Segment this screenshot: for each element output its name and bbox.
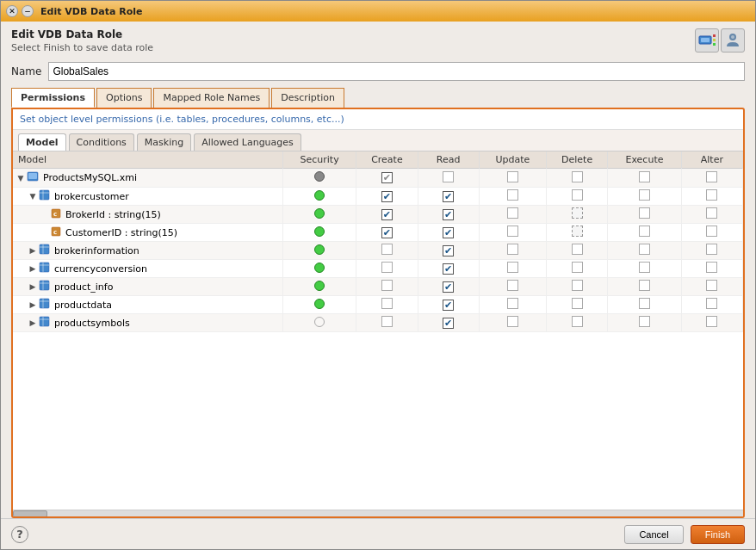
inner-tab-conditions[interactable]: Conditions xyxy=(69,133,134,151)
tab-description[interactable]: Description xyxy=(271,88,344,108)
checkbox-unchecked[interactable] xyxy=(381,244,393,255)
checkbox-checked[interactable]: ✔ xyxy=(443,191,454,202)
checkbox-unchecked[interactable] xyxy=(572,298,583,309)
checkbox-checked[interactable]: ✔ xyxy=(443,227,454,238)
checkbox-unchecked[interactable] xyxy=(507,171,518,182)
checkbox-unchecked[interactable] xyxy=(572,244,583,255)
checkbox-unchecked[interactable] xyxy=(381,316,393,327)
create-cell[interactable]: ✔ xyxy=(356,169,418,188)
checkbox-checked[interactable]: ✔ xyxy=(443,318,454,329)
security-cell[interactable] xyxy=(282,314,356,332)
expand-arrow[interactable]: ▶ xyxy=(28,300,37,309)
update-cell[interactable] xyxy=(479,224,546,242)
create-cell[interactable] xyxy=(356,242,418,260)
create-cell[interactable] xyxy=(356,260,418,278)
create-cell[interactable] xyxy=(356,314,418,332)
expand-arrow[interactable]: ▶ xyxy=(28,318,37,327)
checkbox-checked[interactable]: ✔ xyxy=(381,191,393,202)
alter-cell[interactable] xyxy=(681,224,742,242)
checkbox-unchecked[interactable] xyxy=(572,316,583,327)
alter-cell[interactable] xyxy=(681,169,742,188)
execute-cell[interactable] xyxy=(608,224,681,242)
tab-permissions[interactable]: Permissions xyxy=(11,88,95,108)
checkbox-unchecked[interactable] xyxy=(639,207,650,219)
checkbox-unchecked[interactable] xyxy=(639,189,650,201)
expand-arrow[interactable]: ▼ xyxy=(28,192,37,201)
alter-cell[interactable] xyxy=(681,188,742,206)
checkbox-unchecked[interactable] xyxy=(381,262,393,273)
update-cell[interactable] xyxy=(479,169,546,188)
checkbox-checked[interactable]: ✔ xyxy=(443,263,454,275)
checkbox-unchecked[interactable] xyxy=(381,280,393,291)
security-cell[interactable] xyxy=(282,242,356,260)
checkbox-unchecked[interactable] xyxy=(507,244,518,255)
execute-cell[interactable] xyxy=(608,314,681,332)
security-cell[interactable] xyxy=(282,224,356,242)
read-cell[interactable]: ✔ xyxy=(418,242,479,260)
security-cell[interactable] xyxy=(282,260,356,278)
create-cell[interactable]: ✔ xyxy=(356,206,418,224)
checkbox-unchecked[interactable] xyxy=(381,298,393,309)
execute-cell[interactable] xyxy=(608,242,681,260)
checkbox-unchecked[interactable] xyxy=(706,226,717,237)
delete-cell[interactable] xyxy=(547,296,608,314)
checkbox-unchecked[interactable] xyxy=(706,189,717,201)
create-cell[interactable] xyxy=(356,278,418,296)
close-button[interactable]: ✕ xyxy=(6,5,18,17)
read-cell[interactable]: ✔ xyxy=(418,314,479,332)
execute-cell[interactable] xyxy=(608,296,681,314)
execute-cell[interactable] xyxy=(608,206,681,224)
delete-cell[interactable] xyxy=(547,278,608,296)
delete-cell[interactable] xyxy=(547,188,608,206)
cancel-button[interactable]: Cancel xyxy=(624,525,683,544)
checkbox-unchecked[interactable] xyxy=(706,262,717,273)
checkbox-unchecked[interactable] xyxy=(572,262,583,273)
help-button[interactable]: ? xyxy=(11,526,28,543)
update-cell[interactable] xyxy=(479,296,546,314)
checkbox-unchecked-light[interactable] xyxy=(572,226,583,237)
execute-cell[interactable] xyxy=(608,278,681,296)
update-cell[interactable] xyxy=(479,206,546,224)
checkbox-unchecked[interactable] xyxy=(507,280,518,291)
execute-cell[interactable] xyxy=(608,188,681,206)
alter-cell[interactable] xyxy=(681,242,742,260)
update-cell[interactable] xyxy=(479,260,546,278)
security-cell[interactable] xyxy=(282,188,356,206)
name-input[interactable] xyxy=(48,62,745,81)
checkbox-unchecked[interactable] xyxy=(706,280,717,291)
checkbox-checked[interactable]: ✔ xyxy=(381,227,393,238)
minimize-button[interactable]: − xyxy=(22,5,34,17)
security-cell[interactable] xyxy=(282,169,356,188)
checkbox-unchecked[interactable] xyxy=(572,171,583,182)
expand-arrow[interactable]: ▶ xyxy=(28,282,37,291)
checkbox-unchecked[interactable] xyxy=(572,280,583,291)
update-cell[interactable] xyxy=(479,188,546,206)
checkbox-checked[interactable]: ✔ xyxy=(443,300,454,311)
execute-cell[interactable] xyxy=(608,260,681,278)
delete-cell[interactable] xyxy=(547,169,608,188)
create-cell[interactable] xyxy=(356,296,418,314)
delete-cell[interactable] xyxy=(547,224,608,242)
expand-arrow[interactable]: ▼ xyxy=(16,174,25,182)
alter-cell[interactable] xyxy=(681,314,742,332)
update-cell[interactable] xyxy=(479,242,546,260)
checkbox-unchecked[interactable] xyxy=(639,226,650,237)
checkbox-unchecked[interactable] xyxy=(639,298,650,309)
expand-arrow[interactable]: ▶ xyxy=(28,246,37,255)
checkbox-unchecked[interactable] xyxy=(572,189,583,201)
horizontal-scrollbar[interactable] xyxy=(13,510,743,516)
checkbox-unchecked[interactable] xyxy=(507,189,518,201)
security-cell[interactable] xyxy=(282,296,356,314)
read-cell[interactable]: ✔ xyxy=(418,278,479,296)
inner-tab-masking[interactable]: Masking xyxy=(137,133,191,151)
alter-cell[interactable] xyxy=(681,206,742,224)
delete-cell[interactable] xyxy=(547,314,608,332)
checkbox-unchecked[interactable] xyxy=(639,262,650,273)
read-cell[interactable]: ✔ xyxy=(418,260,479,278)
checkbox-checked[interactable]: ✔ xyxy=(443,209,454,220)
tab-mapped-role-names[interactable]: Mapped Role Names xyxy=(153,88,270,108)
execute-cell[interactable] xyxy=(608,169,681,188)
expand-arrow[interactable]: ▶ xyxy=(28,264,37,273)
scrollbar-thumb[interactable] xyxy=(13,510,47,517)
alter-cell[interactable] xyxy=(681,296,742,314)
